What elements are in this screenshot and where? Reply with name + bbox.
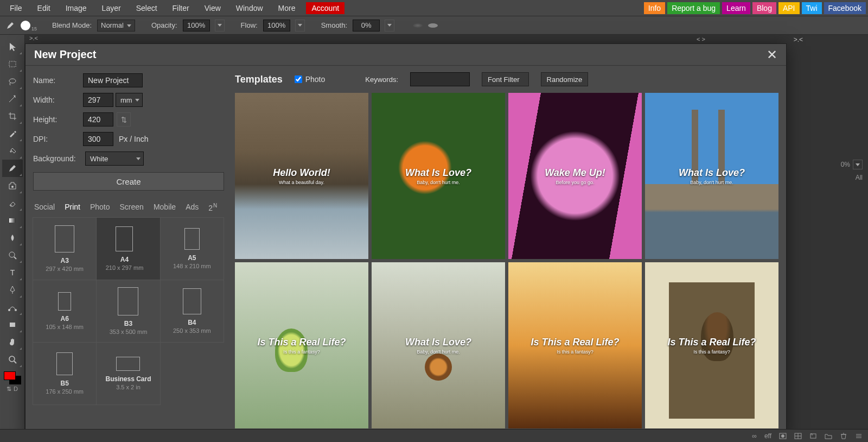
preset-b5[interactable]: B5176 x 250 mm [33, 342, 97, 405]
header-api-button[interactable]: API [778, 2, 800, 14]
eraser-tool[interactable] [2, 194, 23, 212]
template-6[interactable]: What Is Love?Baby, don't hurt me. [372, 262, 505, 428]
preset-a5[interactable]: A5148 x 210 mm [160, 217, 224, 280]
header-learn-button[interactable]: Learn [722, 2, 750, 14]
status-folder-icon[interactable] [825, 433, 832, 439]
right-opacity-dropdown[interactable] [853, 160, 863, 169]
type-tool[interactable]: T [2, 264, 23, 281]
menu-view[interactable]: View [197, 0, 228, 16]
preset-b4[interactable]: B4250 x 353 mm [160, 280, 224, 343]
menu-window[interactable]: Window [228, 0, 271, 16]
photo-checkbox[interactable]: Photo [295, 75, 326, 84]
photo-checkbox-input[interactable] [295, 75, 302, 83]
shape-tool[interactable] [2, 316, 23, 333]
menu-more[interactable]: More [271, 0, 303, 16]
brush-tool[interactable] [2, 160, 23, 177]
panel-tab-left[interactable]: >.< [25, 35, 42, 43]
status-menu-icon[interactable] [855, 433, 863, 439]
color-swatch[interactable] [4, 371, 21, 384]
swap-colors-icon[interactable]: ⇅ [7, 386, 11, 393]
zoom-blur-tool[interactable] [2, 247, 23, 264]
preset-a3[interactable]: A3297 x 420 mm [33, 217, 97, 280]
move-tool[interactable] [2, 38, 23, 55]
brush-preview[interactable]: 15 [21, 21, 30, 30]
lasso-tool[interactable] [2, 73, 23, 90]
menu-file[interactable]: File [2, 0, 30, 16]
header-facebook-button[interactable]: Facebook [824, 2, 866, 14]
template-3[interactable]: Wake Me Up!Before you go go. [508, 93, 642, 259]
pen-tool[interactable] [2, 281, 23, 299]
size-tab-ads[interactable]: Ads [186, 203, 199, 212]
create-button[interactable]: Create [33, 172, 224, 191]
brush-hard-icon[interactable] [428, 23, 438, 28]
menu-account[interactable]: Account [306, 2, 344, 14]
gradient-tool[interactable] [2, 212, 23, 229]
preset-business-card[interactable]: Business Card3.5 x 2 in [96, 342, 160, 405]
name-input[interactable] [83, 73, 143, 87]
template-7[interactable]: Is This a Real Life?Is this a fantasy? [508, 262, 642, 428]
panel-tab-center[interactable]: < > [697, 36, 705, 42]
size-tab-more[interactable]: 2N [208, 203, 217, 212]
blur-tool[interactable] [2, 229, 23, 247]
font-filter-button[interactable]: Font Filter [482, 72, 529, 86]
hand-tool[interactable] [2, 333, 23, 351]
header-blog-button[interactable]: Blog [752, 2, 776, 14]
width-input[interactable] [83, 93, 113, 107]
crop-tool[interactable] [2, 108, 23, 125]
size-tab-print[interactable]: Print [65, 203, 80, 212]
zoom-tool[interactable] [2, 351, 23, 368]
preset-a6[interactable]: A6105 x 148 mm [33, 280, 97, 343]
template-2[interactable]: What Is Love?Baby, don't hurt me. [372, 93, 505, 259]
flow-dropdown[interactable] [295, 20, 305, 31]
template-1[interactable]: Hello World!What a beautiful day. [235, 93, 368, 259]
header-report-bug-button[interactable]: Report a bug [667, 2, 720, 14]
blend-mode-select[interactable]: Normal [97, 20, 135, 31]
marquee-tool[interactable] [2, 55, 23, 73]
swap-width-height-button[interactable]: ⇅ [117, 112, 131, 127]
clone-tool[interactable] [2, 177, 23, 194]
default-colors-icon[interactable]: D [14, 386, 18, 393]
opacity-dropdown[interactable] [215, 20, 225, 31]
status-mask-icon[interactable] [779, 433, 787, 439]
header-twitter-button[interactable]: Twi [802, 2, 822, 14]
keywords-input[interactable] [410, 72, 470, 86]
menu-filter[interactable]: Filter [165, 0, 197, 16]
status-new-icon[interactable] [809, 433, 817, 439]
height-input[interactable] [83, 112, 113, 127]
menu-select[interactable]: Select [129, 0, 165, 16]
wand-tool[interactable] [2, 90, 23, 108]
size-tab-social[interactable]: Social [34, 203, 55, 212]
preset-a4[interactable]: A4210 x 297 mm [96, 217, 160, 280]
heal-tool[interactable] [2, 142, 23, 160]
menu-edit[interactable]: Edit [30, 0, 58, 16]
close-icon[interactable]: ✕ [767, 47, 777, 62]
size-tab-mobile[interactable]: Mobile [154, 203, 176, 212]
flow-value[interactable]: 100% [263, 20, 290, 31]
size-tab-photo[interactable]: Photo [90, 203, 110, 212]
size-tab-screen[interactable]: Screen [120, 203, 144, 212]
status-trash-icon[interactable] [840, 433, 847, 439]
status-eff-label: eff [764, 432, 771, 440]
brush-soft-icon[interactable] [413, 23, 423, 28]
status-link-icon[interactable]: ∞ [752, 432, 757, 440]
status-grid-icon[interactable] [794, 433, 802, 439]
opacity-value[interactable]: 100% [183, 20, 210, 31]
eyedropper-tool[interactable] [2, 125, 23, 142]
menu-image[interactable]: Image [58, 0, 94, 16]
dpi-input[interactable] [83, 132, 113, 146]
smooth-value[interactable]: 0% [353, 20, 380, 31]
smooth-dropdown[interactable] [385, 20, 394, 31]
svg-point-10 [9, 356, 15, 362]
brush-tool-icon[interactable] [5, 21, 15, 30]
header-info-button[interactable]: Info [644, 2, 665, 14]
panel-tab-right[interactable]: >.< [794, 36, 803, 43]
path-tool[interactable] [2, 299, 23, 316]
randomize-button[interactable]: Randomize [541, 72, 589, 86]
background-select[interactable]: White [85, 151, 144, 166]
template-4[interactable]: What Is Love?Baby, don't hurt me. [645, 93, 778, 259]
preset-b3[interactable]: B3353 x 500 mm [96, 280, 160, 343]
menu-layer[interactable]: Layer [94, 0, 129, 16]
template-5[interactable]: Is This a Real Life?Is this a fantasy? [235, 262, 368, 428]
template-8[interactable]: Is This a Real Life?Is this a fantasy? [645, 262, 778, 428]
width-unit-select[interactable]: mm [116, 93, 143, 107]
